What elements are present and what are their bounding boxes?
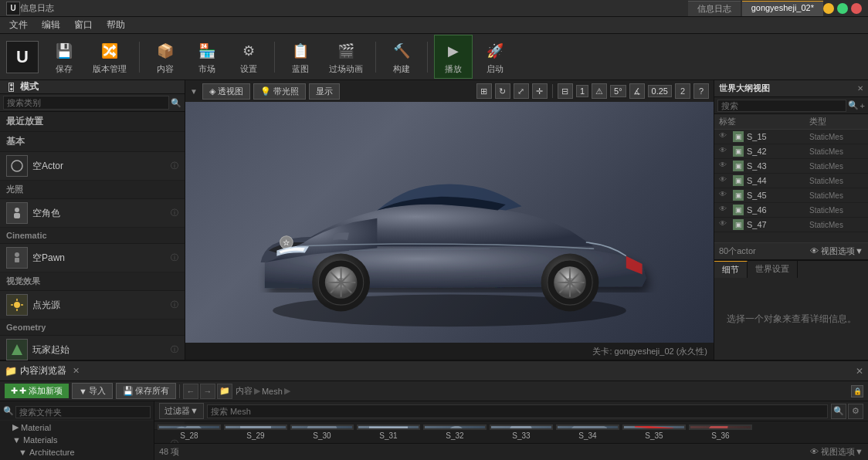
toolbar-build[interactable]: 🔨 构建 — [382, 36, 421, 78]
toolbar-content[interactable]: 📦 内容 — [146, 36, 185, 78]
item-empty-actor[interactable]: 空Actor ⓘ — [0, 152, 185, 181]
eye-icon[interactable]: 👁 — [719, 219, 730, 230]
vp-scale-icon[interactable]: ⤢ — [514, 83, 529, 99]
item-point-light[interactable]: 点光源 ⓘ — [0, 291, 185, 320]
outliner-item[interactable]: 👁 ▣ S_15 StaticMes — [714, 130, 868, 144]
cb-close-btn[interactable]: ✕ — [856, 366, 863, 377]
tree-item-architecture[interactable]: ▼ Architecture — [0, 446, 154, 458]
content-view-options-btn[interactable]: 👁 视图选项▼ — [810, 446, 863, 458]
vp-grid-snap-icon[interactable]: ⊟ — [558, 83, 573, 99]
vp-move-icon[interactable]: ✛ — [532, 83, 548, 99]
vp-warning-icon[interactable]: ⚠ — [592, 83, 607, 99]
tab-world-settings[interactable]: 世界设置 — [748, 261, 798, 278]
back-btn[interactable]: ← — [183, 384, 198, 399]
import-btn[interactable]: ▼ 导入 — [72, 383, 113, 399]
minimize-button[interactable] — [823, 3, 834, 14]
menu-edit[interactable]: 编辑 — [36, 17, 66, 33]
outliner-item[interactable]: 👁 ▣ S_43 StaticMes — [714, 159, 868, 174]
tab-log[interactable]: 信息日志 — [688, 1, 741, 16]
vp-grid-icon[interactable]: ⊞ — [476, 83, 492, 99]
path-content[interactable]: 内容 — [236, 385, 253, 397]
menu-help[interactable]: 帮助 — [100, 17, 131, 33]
mesh-item-s31[interactable]: S_31 — [357, 424, 420, 440]
toolbar-cinematic[interactable]: 🎬 过场动画 — [323, 36, 369, 78]
toolbar-settings[interactable]: ⚙ 设置 — [229, 36, 268, 78]
eye-icon[interactable]: 👁 — [719, 175, 730, 186]
content-search-input[interactable] — [207, 404, 828, 418]
vp-rotate-icon[interactable]: ↻ — [495, 83, 510, 99]
svg-rect-4 — [15, 258, 19, 262]
mesh-item-s34[interactable]: S_34 — [556, 424, 619, 440]
search-icon[interactable]: 🔍 — [831, 404, 846, 419]
modes-search[interactable]: 🔍 — [0, 94, 185, 112]
toolbar-save[interactable]: 💾 保存 — [45, 36, 83, 78]
vp-grid-num[interactable]: 1 — [576, 85, 588, 97]
play-icon: ▶ — [441, 39, 466, 63]
outliner-item[interactable]: 👁 ▣ S_44 StaticMes — [714, 174, 868, 188]
content-browser-main: 🔍 ▶ Material ▼ Materials ▼ Architecture … — [0, 401, 868, 460]
eye-icon[interactable]: 👁 — [719, 131, 730, 142]
mesh-item-s30[interactable]: S_30 — [290, 424, 354, 440]
folder-btn[interactable]: 📁 — [217, 384, 232, 399]
tree-item-material[interactable]: ▶ Material — [0, 421, 154, 434]
car-viewport[interactable]: ☆ — [185, 102, 714, 343]
toolbar-play[interactable]: ▶ 播放 — [434, 35, 473, 79]
mesh-item-s35[interactable]: S_35 — [622, 424, 686, 440]
modes-search-input[interactable] — [3, 96, 169, 110]
tab-active[interactable]: gongyesheji_02* — [742, 1, 823, 16]
tree-item-materials[interactable]: ▼ Materials — [0, 434, 154, 446]
eye-icon[interactable]: 👁 — [719, 190, 730, 201]
vp-lighting-btn[interactable]: 💡 带光照 — [253, 83, 306, 100]
vp-scale-num[interactable]: 2 — [675, 83, 690, 99]
vp-angle[interactable]: 5° — [610, 85, 626, 97]
outliner-search[interactable]: 🔍 + — [714, 97, 868, 114]
item-empty-pawn[interactable]: 空Pawn ⓘ — [0, 244, 185, 272]
save-all-btn[interactable]: 💾 保存所有 — [116, 383, 176, 399]
menu-window[interactable]: 窗口 — [68, 17, 99, 33]
outliner-add-icon[interactable]: + — [860, 101, 865, 110]
mesh-thumb — [290, 424, 354, 430]
outliner-item[interactable]: 👁 ▣ S_45 StaticMes — [714, 188, 868, 203]
view-options-btn[interactable]: 👁 视图选项▼ — [810, 245, 863, 257]
toolbar-blueprint[interactable]: 📋 蓝图 — [281, 36, 320, 78]
mesh-item-s28[interactable]: S_28 — [158, 424, 221, 440]
vp-expand-icon[interactable]: ▼ — [190, 87, 198, 96]
menu-file[interactable]: 文件 — [3, 17, 34, 33]
vp-scale[interactable]: 0.25 — [648, 85, 672, 97]
eye-icon[interactable]: 👁 — [719, 205, 730, 215]
filter-btn[interactable]: 过滤器▼ — [159, 403, 204, 419]
no-selection-message: 选择一个对象来查看详细信息。 — [727, 313, 856, 326]
cb-lock-btn[interactable]: 🔒 — [851, 385, 863, 397]
file-tree-search-input[interactable] — [15, 406, 151, 418]
mesh-item-s29[interactable]: S_29 — [224, 424, 287, 440]
eye-icon[interactable]: 👁 — [719, 146, 730, 157]
outliner-item[interactable]: 👁 ▣ S_46 StaticMes — [714, 203, 868, 218]
mesh-item-s36[interactable]: S_36 — [689, 424, 752, 440]
viewport[interactable]: ▼ ◈ 透视图 💡 带光照 显示 ⊞ ↻ ⤢ ✛ ⊟ 1 ⚠ 5° — [185, 80, 714, 360]
toolbar-launch[interactable]: 🚀 启动 — [476, 36, 514, 78]
outliner-item[interactable]: 👁 ▣ S_42 StaticMes — [714, 144, 868, 159]
item-empty-char[interactable]: 空角色 ⓘ — [0, 199, 185, 228]
tab-details[interactable]: 细节 — [714, 261, 748, 278]
path-mesh[interactable]: Mesh — [262, 387, 283, 396]
add-new-btn[interactable]: ✚ ✚ 添加新项 — [5, 384, 69, 398]
toolbar-version[interactable]: 🔀 版本管理 — [86, 36, 133, 78]
outliner-item[interactable]: 👁 ▣ S_47 StaticMes — [714, 218, 868, 232]
outliner-search-input[interactable] — [717, 100, 846, 112]
eye-icon[interactable]: 👁 — [719, 161, 730, 171]
file-tree-search[interactable]: 🔍 — [0, 404, 154, 421]
settings-icon[interactable]: ⚙ — [848, 404, 863, 419]
mesh-item-s32[interactable]: S_32 — [423, 424, 487, 440]
item-player-start[interactable]: 玩家起始 ⓘ — [0, 336, 185, 364]
vp-show-btn[interactable]: 显示 — [309, 83, 340, 100]
maximize-button[interactable] — [837, 3, 848, 14]
toolbar-market[interactable]: 🏪 市场 — [188, 36, 226, 78]
mesh-item-s33[interactable]: S_33 — [490, 424, 553, 440]
forward-btn[interactable]: → — [200, 384, 215, 399]
vp-help-icon[interactable]: ? — [693, 83, 709, 99]
outliner-close-icon[interactable]: ✕ — [857, 84, 863, 93]
content-search[interactable] — [207, 404, 828, 418]
vp-angle-icon[interactable]: ∡ — [629, 83, 645, 99]
vp-perspective-btn[interactable]: ◈ 透视图 — [202, 83, 250, 100]
close-button[interactable] — [851, 3, 862, 14]
